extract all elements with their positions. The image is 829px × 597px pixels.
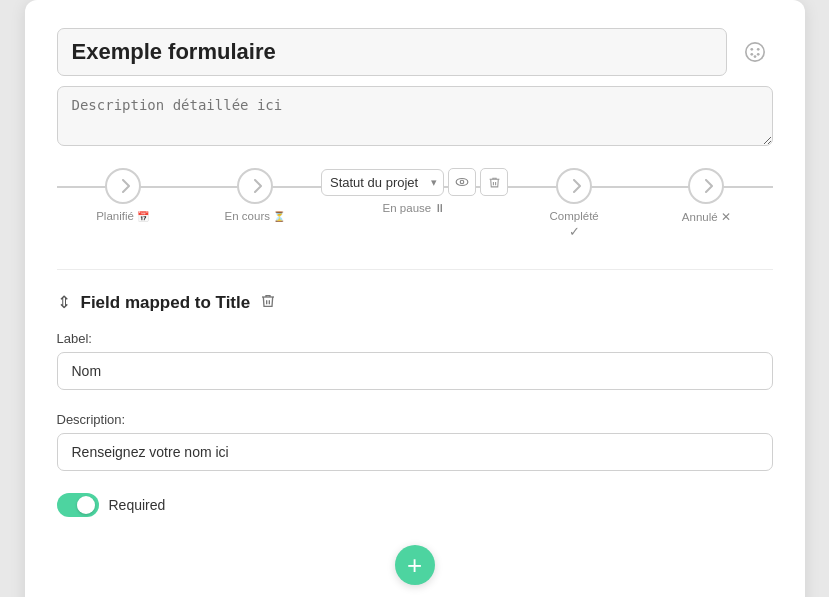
description-label: Description: — [57, 412, 773, 427]
status-select-wrap: Statut du projet Planifié En cours En pa… — [321, 169, 444, 196]
required-row: Required — [57, 493, 773, 517]
step-label-planifie: Planifié 📅 — [96, 210, 149, 222]
step-en-pause: Statut du projet Planifié En cours En pa… — [321, 168, 508, 214]
step-complete[interactable]: Complété ✓ — [508, 168, 640, 239]
field-delete-icon[interactable] — [260, 293, 276, 313]
svg-point-0 — [745, 43, 763, 61]
step-circle-complete — [556, 168, 592, 204]
step-circle-planifie — [105, 168, 141, 204]
add-button-wrapper: + — [57, 545, 773, 585]
label-row: Label: — [57, 331, 773, 406]
description-textarea[interactable] — [57, 86, 773, 146]
status-select[interactable]: Statut du projet Planifié En cours En pa… — [321, 169, 444, 196]
step-annule[interactable]: Annulé ✕ — [640, 168, 772, 224]
field-title: Field mapped to Title — [81, 293, 251, 313]
step-label-en-cours: En cours ⏳ — [225, 210, 286, 222]
required-toggle[interactable] — [57, 493, 99, 517]
divider — [57, 269, 773, 270]
field-section: ⇕ Field mapped to Title Label: Descripti… — [57, 292, 773, 517]
step-circle-en-cours — [237, 168, 273, 204]
step-checkmark: ✓ — [569, 224, 580, 239]
title-input[interactable] — [57, 28, 727, 76]
required-label: Required — [109, 497, 166, 513]
svg-point-6 — [456, 179, 468, 186]
palette-icon[interactable] — [737, 34, 773, 70]
step-label-complete: Complété — [550, 210, 599, 222]
stepper-controls: Statut du projet Planifié En cours En pa… — [321, 168, 508, 196]
step-label-en-pause: En pause ⏸ — [383, 202, 447, 214]
svg-point-4 — [756, 53, 759, 56]
step-planifie[interactable]: Planifié 📅 — [57, 168, 189, 222]
add-field-button[interactable]: + — [395, 545, 435, 585]
description-row: Description: — [57, 412, 773, 487]
delete-status-button[interactable] — [480, 168, 508, 196]
svg-point-5 — [753, 55, 756, 58]
view-button[interactable] — [448, 168, 476, 196]
main-card: Planifié 📅 En cours ⏳ Statut du projet P… — [25, 0, 805, 597]
svg-point-2 — [756, 48, 759, 51]
step-circle-annule — [688, 168, 724, 204]
field-header: ⇕ Field mapped to Title — [57, 292, 773, 313]
title-row — [57, 28, 773, 76]
step-label-annule: Annulé ✕ — [682, 210, 731, 224]
toggle-thumb — [77, 496, 95, 514]
description-input[interactable] — [57, 433, 773, 471]
svg-point-7 — [460, 180, 464, 184]
status-stepper: Planifié 📅 En cours ⏳ Statut du projet P… — [57, 168, 773, 239]
svg-point-1 — [750, 48, 753, 51]
sort-icon[interactable]: ⇕ — [57, 292, 71, 313]
svg-point-3 — [750, 53, 753, 56]
label-input[interactable] — [57, 352, 773, 390]
step-en-cours[interactable]: En cours ⏳ — [189, 168, 321, 222]
label-label: Label: — [57, 331, 773, 346]
